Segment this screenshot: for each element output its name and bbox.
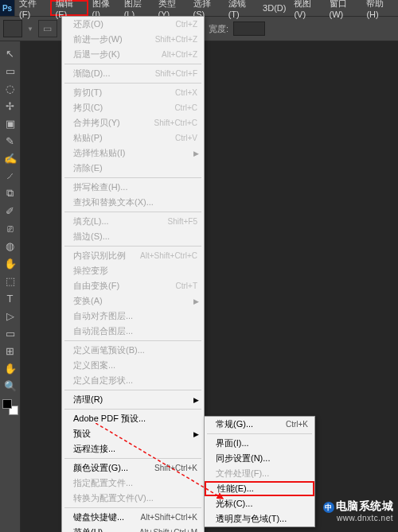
- tool-2[interactable]: ◌: [2, 80, 19, 97]
- tool-3[interactable]: ✢: [2, 97, 19, 115]
- menu-视图[interactable]: 视图(V): [290, 0, 325, 16]
- menu-item: 渐隐(D)...Shift+Ctrl+F: [62, 66, 204, 81]
- menu-item: 填充(L)...Shift+F5: [62, 214, 204, 229]
- selection-new-icon[interactable]: ▭: [38, 20, 57, 37]
- menu-item: 指定配置文件...: [62, 476, 204, 491]
- menu-item[interactable]: Adobe PDF 预设...: [62, 411, 204, 426]
- tool-9[interactable]: ✐: [2, 202, 19, 219]
- app-logo: Ps: [0, 0, 15, 16]
- tool-14[interactable]: T: [2, 289, 19, 307]
- tool-12[interactable]: ✋: [2, 254, 19, 272]
- submenu-item[interactable]: 常规(G)...Ctrl+K: [205, 417, 314, 432]
- tool-0[interactable]: ↖: [2, 45, 19, 62]
- menu-item[interactable]: 颜色设置(G)...Shift+Ctrl+K: [62, 460, 204, 476]
- menu-item[interactable]: 清理(R)▶: [62, 392, 204, 407]
- preferences-submenu: 常规(G)...Ctrl+K界面(I)...同步设置(N)...文件处理(F).…: [204, 416, 315, 527]
- menu-item: 自动对齐图层...: [62, 309, 204, 324]
- watermark: 中电脑系统城 www.dnxtc.net: [323, 499, 394, 522]
- menu-item: 定义图案...: [62, 358, 204, 373]
- tool-18[interactable]: ✋: [2, 359, 19, 377]
- edit-menu-dropdown: 还原(O)Ctrl+Z前进一步(W)Shift+Ctrl+Z后退一步(K)Alt…: [61, 16, 205, 532]
- tool-1[interactable]: ▭: [2, 62, 19, 80]
- menu-帮助[interactable]: 帮助(H): [362, 0, 398, 16]
- tool-4[interactable]: ▣: [2, 115, 19, 132]
- menu-item[interactable]: 菜单(U)...Alt+Shift+Ctrl+M: [62, 525, 204, 532]
- menu-item: 清除(E): [62, 161, 204, 176]
- tool-13[interactable]: ⬚: [2, 272, 19, 289]
- color-swatches[interactable]: [2, 399, 18, 415]
- submenu-item[interactable]: 光标(C)...: [205, 496, 314, 511]
- submenu-item[interactable]: 文件处理(F)...: [205, 466, 314, 481]
- menu-item: 还原(O)Ctrl+Z: [62, 17, 204, 32]
- tool-17[interactable]: ⊞: [2, 342, 19, 359]
- tool-16[interactable]: ▭: [2, 324, 19, 342]
- menu-图像[interactable]: 图像(I): [88, 0, 120, 16]
- menu-item: 前进一步(W)Shift+Ctrl+Z: [62, 32, 204, 47]
- width-input[interactable]: [233, 21, 265, 36]
- menu-item: 拷贝(C)Ctrl+C: [62, 100, 204, 115]
- tool-preset-swatch[interactable]: [3, 20, 22, 37]
- menu-item: 选择性粘贴(I)▶: [62, 146, 204, 161]
- menu-item: 描边(S)...: [62, 229, 204, 244]
- tool-8[interactable]: ⧉: [2, 184, 19, 202]
- menu-item: 剪切(T)Ctrl+X: [62, 85, 204, 100]
- menu-item: 后退一步(K)Alt+Ctrl+Z: [62, 47, 204, 62]
- menu-item: 查找和替换文本(X)...: [62, 195, 204, 210]
- menu-item: 合并拷贝(Y)Shift+Ctrl+C: [62, 115, 204, 130]
- menu-item: 自由变换(F)Ctrl+T: [62, 278, 204, 293]
- menu-图层[interactable]: 图层(L): [120, 0, 154, 16]
- submenu-item[interactable]: 透明度与色域(T)...: [205, 511, 314, 526]
- menu-文件[interactable]: 文件(F): [15, 0, 49, 16]
- menu-item: 转换为配置文件(V)...: [62, 491, 204, 506]
- tool-7[interactable]: ⟋: [2, 167, 19, 184]
- toolbox: ↖▭◌✢▣✎✍⟋⧉✐⎚◍✋⬚T▷▭⊞✋🔍: [0, 41, 21, 532]
- menu-item: 定义画笔预设(B)...: [62, 343, 204, 358]
- menu-item: 操控变形: [62, 263, 204, 278]
- tool-5[interactable]: ✎: [2, 132, 19, 150]
- menu-item: 变换(A)▶: [62, 293, 204, 309]
- submenu-item[interactable]: 界面(I)...: [205, 436, 314, 451]
- menu-item: 粘贴(P)Ctrl+V: [62, 130, 204, 146]
- menu-item: 拼写检查(H)...: [62, 180, 204, 195]
- menu-item: 内容识别比例Alt+Shift+Ctrl+C: [62, 248, 204, 263]
- tool-19[interactable]: 🔍: [2, 377, 19, 394]
- tool-15[interactable]: ▷: [2, 307, 19, 324]
- menu-滤镜[interactable]: 滤镜(T): [224, 0, 259, 16]
- menu-3D[interactable]: 3D(D): [259, 0, 290, 16]
- menu-item: 自动混合图层...: [62, 324, 204, 339]
- chevron-down-icon[interactable]: ▼: [27, 25, 33, 33]
- menu-选择[interactable]: 选择(S): [189, 0, 224, 16]
- tool-11[interactable]: ◍: [2, 237, 19, 254]
- submenu-item[interactable]: 同步设置(N)...: [205, 451, 314, 466]
- menu-窗口[interactable]: 窗口(W): [326, 0, 363, 16]
- tool-10[interactable]: ⎚: [2, 219, 19, 237]
- menu-编辑[interactable]: 编辑(E): [50, 0, 88, 16]
- menu-item[interactable]: 远程连接...: [62, 441, 204, 456]
- menu-类型[interactable]: 类型(Y): [154, 0, 189, 16]
- menu-item[interactable]: 预设▶: [62, 426, 204, 441]
- width-label: 宽度:: [209, 23, 228, 35]
- menu-item[interactable]: 键盘快捷键...Alt+Shift+Ctrl+K: [62, 510, 204, 525]
- tool-6[interactable]: ✍: [2, 150, 19, 167]
- menu-item: 定义自定形状...: [62, 373, 204, 388]
- menubar: Ps 文件(F)编辑(E)图像(I)图层(L)类型(Y)选择(S)滤镜(T)3D…: [0, 0, 398, 16]
- submenu-item[interactable]: 性能(E)...: [205, 481, 314, 496]
